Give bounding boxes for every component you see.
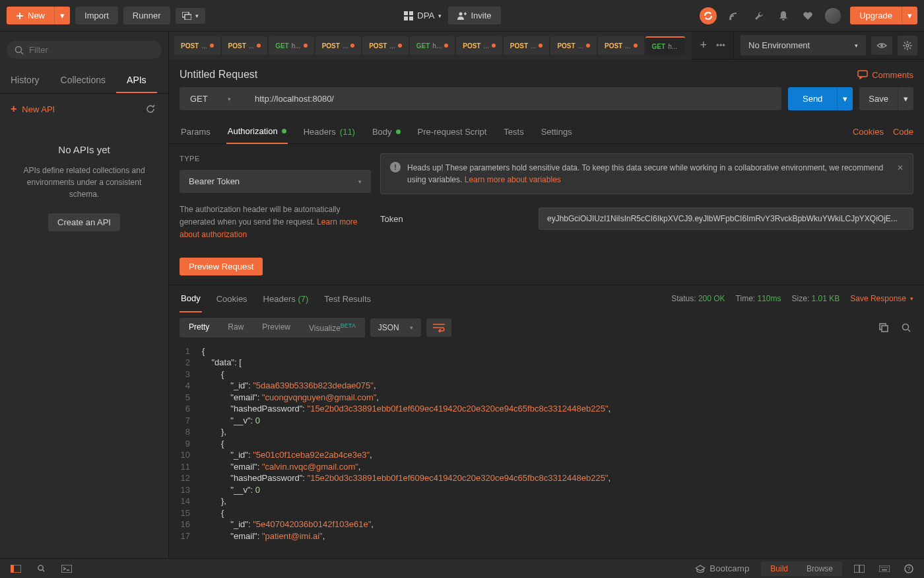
resp-tab-body[interactable]: Body (180, 285, 202, 312)
tab-headers[interactable]: Headers (11) (302, 120, 356, 143)
create-api-button[interactable]: Create an API (48, 213, 120, 231)
status-right: Bootcamp Build Browse ? (692, 561, 916, 576)
svg-line-24 (42, 569, 44, 571)
panes-icon (854, 565, 865, 573)
tab-history[interactable]: History (0, 68, 50, 93)
workspace-selector[interactable]: DPA ▾ (404, 11, 442, 20)
url-input[interactable] (246, 87, 781, 110)
sidebar-filter[interactable] (7, 41, 162, 59)
send-caret[interactable]: ▾ (837, 87, 853, 110)
toggle-sidebar-button[interactable] (8, 562, 24, 575)
browse-mode-button[interactable]: Browse (797, 561, 842, 576)
tab-authorization[interactable]: Authorization (226, 120, 288, 144)
preview-request-button[interactable]: Preview Request (180, 258, 263, 275)
invite-button[interactable]: Invite (448, 7, 500, 24)
view-raw[interactable]: Raw (218, 318, 253, 338)
refresh-button[interactable] (143, 102, 158, 116)
runner-button[interactable]: Runner (123, 7, 170, 24)
save-button[interactable]: Save (859, 87, 898, 110)
tab-body[interactable]: Body (371, 120, 402, 143)
svg-rect-1 (16, 15, 23, 17)
new-api-button[interactable]: + New API (11, 103, 55, 115)
request-tab[interactable]: POST... (222, 36, 268, 55)
view-pretty[interactable]: Pretty (180, 318, 218, 338)
send-button[interactable]: Send (788, 87, 837, 110)
two-pane-button[interactable] (851, 562, 867, 575)
upgrade-caret[interactable]: ▾ (902, 7, 917, 24)
close-banner-button[interactable]: ✕ (897, 162, 904, 174)
request-tab[interactable]: POST... (362, 36, 409, 55)
request-tab[interactable]: POST... (456, 36, 502, 55)
request-tab[interactable]: POST... (315, 36, 362, 55)
environment-bar: No Environment ▾ (733, 32, 924, 59)
upgrade-button[interactable]: Upgrade (850, 7, 902, 24)
tab-collections[interactable]: Collections (50, 68, 116, 93)
view-preview[interactable]: Preview (253, 318, 300, 338)
request-tab[interactable]: POST... (550, 36, 597, 55)
request-tab[interactable]: POST... (598, 36, 644, 55)
tab-tests[interactable]: Tests (502, 120, 525, 143)
comments-button[interactable]: Comments (857, 70, 913, 80)
tab-options-button[interactable]: ••• (713, 38, 728, 53)
save-response-button[interactable]: Save Response ▾ (850, 294, 913, 303)
sync-button[interactable] (700, 7, 717, 24)
svg-point-29 (880, 567, 882, 568)
upgrade-button-group: Upgrade ▾ (850, 7, 917, 24)
console-button[interactable] (59, 562, 75, 575)
resp-tab-cookies[interactable]: Cookies (215, 286, 249, 312)
tab-method: GET (275, 42, 289, 50)
wrench-icon-button[interactable] (751, 8, 767, 24)
request-tab[interactable]: POST... (174, 36, 220, 55)
learn-more-vars-link[interactable]: Learn more about variables (465, 175, 561, 184)
cookies-link[interactable]: Cookies (853, 127, 884, 137)
build-mode-button[interactable]: Build (761, 561, 797, 576)
import-button[interactable]: Import (75, 7, 118, 24)
request-tab[interactable]: GETh... (645, 36, 685, 55)
wrap-lines-button[interactable] (426, 318, 451, 337)
tab-params[interactable]: Params (180, 120, 212, 143)
new-button-caret[interactable]: ▾ (54, 7, 70, 24)
env-settings-button[interactable] (898, 36, 917, 55)
code-link[interactable]: Code (893, 127, 913, 137)
new-window-button[interactable]: ▾ (176, 8, 205, 24)
satellite-icon (729, 11, 739, 21)
view-mode-tabs: Pretty Raw Preview VisualizeBETA (180, 318, 365, 338)
user-avatar[interactable] (825, 8, 841, 24)
unsaved-dot (398, 44, 402, 48)
workspace-name: DPA (417, 11, 434, 20)
format-dropdown[interactable]: JSON ▾ (370, 318, 421, 337)
request-tab[interactable]: GETh... (269, 36, 314, 55)
tab-prerequest[interactable]: Pre-request Script (416, 120, 488, 143)
new-button[interactable]: New (7, 7, 54, 24)
code-line: 5 "email": "cuongvqnguyen@gmail.com", (169, 392, 924, 404)
resp-tab-headers[interactable]: Headers (7) (262, 286, 310, 312)
request-tab[interactable]: GETh... (410, 36, 455, 55)
view-visualize[interactable]: VisualizeBETA (300, 318, 365, 338)
new-tab-button[interactable]: + (697, 36, 710, 55)
tab-name: ... (389, 42, 395, 50)
env-preview-button[interactable] (871, 36, 892, 55)
help-button[interactable]: ? (902, 561, 916, 576)
tab-settings[interactable]: Settings (540, 120, 574, 143)
code-line: 10 "_id": "5e01c0f1ceba92e2ab4ce3e3", (169, 449, 924, 461)
filter-input[interactable] (29, 45, 154, 55)
save-caret[interactable]: ▾ (898, 87, 913, 110)
environment-selector[interactable]: No Environment ▾ (741, 35, 866, 55)
find-button[interactable] (34, 561, 48, 575)
satellite-icon-button[interactable] (726, 8, 742, 24)
resp-tab-testresults[interactable]: Test Results (323, 286, 372, 312)
response-body-viewer[interactable]: 1{2 "data": [3 {4 "_id": "5daa639b5336b8… (169, 343, 924, 558)
token-input[interactable]: eyJhbGciOiJIUzI1NiIsInR5cCI6IkpXVCJ9.eyJ… (539, 207, 913, 230)
method-dropdown[interactable]: GET ▾ (180, 87, 246, 110)
bootcamp-button[interactable]: Bootcamp (692, 561, 752, 576)
heart-button[interactable] (800, 9, 816, 23)
auth-type-dropdown[interactable]: Bearer Token ▾ (180, 170, 371, 193)
tab-apis[interactable]: APIs (116, 68, 157, 93)
request-tab[interactable]: POST... (504, 36, 550, 55)
keyboard-shortcuts-button[interactable] (876, 563, 892, 575)
search-response-button[interactable] (899, 320, 913, 335)
svg-line-20 (908, 330, 910, 332)
svg-point-13 (880, 44, 883, 47)
notifications-button[interactable] (776, 8, 791, 24)
copy-response-button[interactable] (876, 320, 891, 335)
